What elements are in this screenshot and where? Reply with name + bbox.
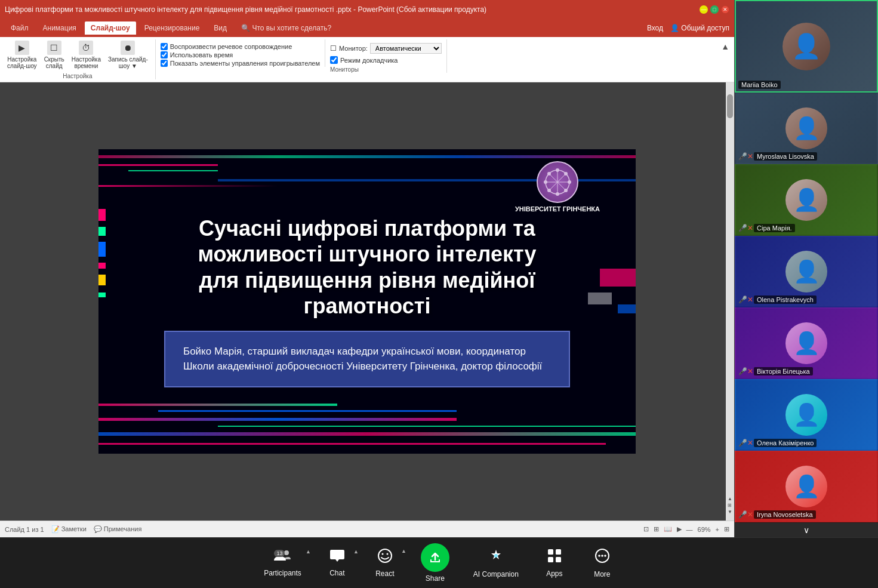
notes-button[interactable]: 📝 Заметки xyxy=(51,525,87,533)
svg-point-6 xyxy=(556,192,559,196)
university-logo: УНІВЕРСИТЕТ ГРІНЧЕНКА xyxy=(515,161,600,213)
ribbon-collapse[interactable]: ▲ xyxy=(721,39,729,51)
participants-button[interactable]: 13 ▲ Participants xyxy=(252,544,313,582)
react-button[interactable]: ▲ React xyxy=(361,543,409,583)
fit-slide[interactable]: ⊞ xyxy=(724,525,729,533)
window-controls: — □ ✕ xyxy=(700,5,729,14)
chevron-down-icon: ∨ xyxy=(803,525,809,535)
signin-button[interactable]: Вход xyxy=(647,24,663,32)
mic-muted-6: 🎤✕ xyxy=(738,439,753,447)
svg-point-15 xyxy=(378,549,392,562)
statusbar-right: ⊡ ⊞ 📖 ▶ — 69% + ⊞ xyxy=(643,525,729,533)
chat-button[interactable]: ▲ Chat xyxy=(313,544,361,582)
slide: УНІВЕРСИТЕТ ГРІНЧЕНКА Сучасні цифрові пл… xyxy=(98,149,636,454)
participant-video-1: 👤 Mariia Boiko xyxy=(735,0,878,93)
maximize-button[interactable]: □ xyxy=(710,5,719,14)
more-icon xyxy=(594,547,611,568)
tab-review[interactable]: Рецензирование xyxy=(138,21,206,35)
ai-companion-button[interactable]: AI Companion xyxy=(461,543,531,583)
participants-scroll[interactable]: 👤 Mariia Boiko 👤 🎤✕ Myroslava Lisovska 👤… xyxy=(735,0,878,523)
more-button[interactable]: More xyxy=(578,543,626,583)
apps-button[interactable]: Apps xyxy=(531,543,578,583)
svg-point-7 xyxy=(544,180,547,184)
ai-companion-label: AI Companion xyxy=(473,570,519,578)
share-button[interactable]: 👤 Общий доступ xyxy=(670,24,729,32)
timing-btn[interactable]: ⏱ Настройка времени xyxy=(69,39,103,70)
minimize-button[interactable]: — xyxy=(700,5,708,14)
view-presenter[interactable]: ▶ xyxy=(677,525,682,533)
react-arrow: ▲ xyxy=(401,548,406,554)
mic-muted-4: 🎤✕ xyxy=(738,295,753,304)
tab-animation[interactable]: Анимация xyxy=(37,21,82,35)
ribbon-tabs: Файл Анимация Слайд-шоу Рецензирование В… xyxy=(0,19,734,37)
tab-view[interactable]: Вид xyxy=(208,21,233,35)
share-button[interactable]: Share xyxy=(409,538,461,587)
slide-scrollbar: ▲ ⊞ ▼ xyxy=(726,82,734,521)
tab-help[interactable]: 🔍 Что вы хотите сделать? xyxy=(235,21,337,35)
collapse-icon[interactable]: ▲ xyxy=(721,42,729,51)
avatar-2: 👤 xyxy=(785,107,827,149)
apps-label: Apps xyxy=(546,569,562,578)
record-btn[interactable]: ⏺ Запись слайд- шоу ▼ xyxy=(106,39,150,70)
fit-icon[interactable]: ⊞ xyxy=(728,503,732,508)
monitors-label: Мониторы xyxy=(330,66,359,73)
chat-label: Chat xyxy=(329,569,344,577)
react-svg xyxy=(377,548,393,564)
monitor-options: ☐ Монитор: Автоматически Режим докладчик… xyxy=(330,43,442,64)
svg-point-10 xyxy=(564,172,568,176)
ribbon-group-setup: ▶ Настройка слайд-шоу ☐ Скрыть слайд ⏱ Н… xyxy=(5,39,156,79)
participant-name-3: Сіра Марія. xyxy=(754,224,795,232)
timing-icon: ⏱ xyxy=(79,41,93,55)
checkbox-controls[interactable]: Показать элементы управления проигрывате… xyxy=(161,60,320,67)
logo-circle xyxy=(537,161,578,203)
view-reading[interactable]: 📖 xyxy=(664,525,672,533)
view-slide-sorter[interactable]: ⊞ xyxy=(654,525,659,533)
scrollbar-thumb[interactable] xyxy=(727,94,733,118)
tab-slideshow[interactable]: Слайд-шоу xyxy=(85,21,136,35)
hide-icon: ☐ xyxy=(47,41,61,55)
participant-name-1: Mariia Boiko xyxy=(738,81,781,89)
svg-point-12 xyxy=(564,189,568,192)
scrollbar-arrows: ▲ ⊞ ▼ xyxy=(728,496,732,515)
monitor-select[interactable]: Автоматически xyxy=(370,43,442,54)
university-name: УНІВЕРСИТЕТ ГРІНЧЕНКА xyxy=(515,205,600,213)
svg-point-9 xyxy=(547,172,551,176)
checkbox-narration[interactable]: Воспроизвести речевое сопровождение xyxy=(161,43,320,50)
window-title: Цифрові платформи та можливості штучного… xyxy=(5,5,700,14)
avatar-4: 👤 xyxy=(785,251,827,293)
ribbon-group-monitors: ☐ Монитор: Автоматически Режим докладчик… xyxy=(330,39,447,73)
participant-name-7: Iryna Novoseletska xyxy=(754,510,816,519)
participant-video-4: 👤 🎤✕ Olena Pistrakevych xyxy=(735,236,878,307)
mic-muted-3: 🎤✕ xyxy=(738,224,753,232)
face-1: 👤 xyxy=(736,1,877,91)
avatar-3: 👤 xyxy=(785,179,827,221)
title-bar: Цифрові платформи та можливості штучного… xyxy=(0,0,734,19)
close-button[interactable]: ✕ xyxy=(721,5,729,14)
scroll-down-arrow[interactable]: ∨ xyxy=(735,523,878,537)
more-svg xyxy=(594,547,611,564)
zoom-out[interactable]: — xyxy=(686,526,693,533)
view-normal[interactable]: ⊡ xyxy=(643,525,649,533)
hide-slide-btn[interactable]: ☐ Скрыть слайд xyxy=(42,39,67,70)
setup-slideshow-btn[interactable]: ▶ Настройка слайд-шоу xyxy=(5,39,39,70)
share-icon xyxy=(421,543,449,572)
svg-point-16 xyxy=(381,553,383,555)
tab-file[interactable]: Файл xyxy=(5,21,35,35)
participants-label: Participants xyxy=(264,569,301,577)
scroll-up-icon[interactable]: ▲ xyxy=(728,496,732,501)
zoom-in[interactable]: + xyxy=(716,526,719,533)
mic-muted-5: 🎤✕ xyxy=(738,367,753,375)
svg-point-8 xyxy=(568,180,571,184)
share-arrow-svg xyxy=(429,552,441,564)
comments-button[interactable]: 💬 Примечания xyxy=(94,525,142,533)
chat-arrow: ▲ xyxy=(353,549,359,555)
slide-count: Слайд 1 из 1 xyxy=(5,526,44,533)
scroll-down-icon[interactable]: ▼ xyxy=(728,509,732,515)
presenter-mode-checkbox[interactable] xyxy=(330,56,338,64)
checkbox-timing[interactable]: Использовать время xyxy=(161,51,320,59)
ribbon-group-options: Воспроизвести речевое сопровождение Испо… xyxy=(161,39,325,67)
main-area: Цифрові платформи та можливості штучного… xyxy=(0,0,878,537)
svg-rect-19 xyxy=(548,549,553,555)
bottom-toolbar: 13 ▲ Participants ▲ Chat ▲ React xyxy=(0,537,878,588)
mic-muted-2: 🎤✕ xyxy=(738,152,753,161)
